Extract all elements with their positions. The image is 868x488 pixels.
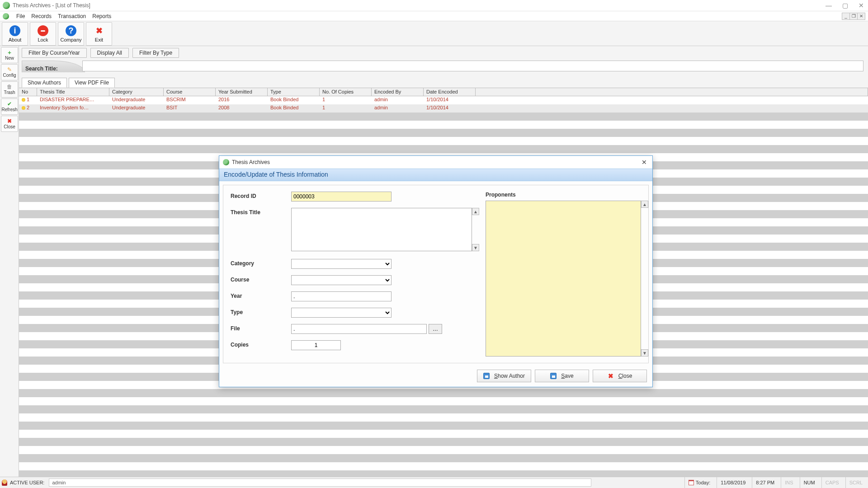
help-icon: ?	[66, 25, 76, 36]
cell-title: Inventory System fo…	[37, 104, 109, 113]
pencil-icon: ✎	[7, 67, 12, 72]
cell-type: Book Binded	[268, 96, 320, 104]
minimize-icon[interactable]: —	[825, 2, 833, 9]
course-combobox[interactable]	[291, 275, 392, 285]
scroll-down-icon[interactable]: ▼	[641, 349, 648, 357]
dialog-header: Encode/Update of Thesis Information	[219, 169, 652, 181]
search-title-input[interactable]	[82, 61, 863, 71]
cell-course: BSCRIM	[164, 96, 216, 104]
exit-button[interactable]: ✖ Exit	[86, 22, 112, 46]
label-file: File	[231, 324, 291, 332]
cell-title: DISASTER PREPARE…	[37, 96, 109, 104]
proponents-scrollbar[interactable]: ▲ ▼	[641, 201, 648, 357]
encode-thesis-dialog: Thesis Archives ✕ Encode/Update of Thesi…	[219, 155, 653, 387]
status-today: Today:	[684, 477, 714, 488]
scroll-down-icon[interactable]: ▼	[472, 244, 479, 251]
col-header-year[interactable]: Year Submitted	[216, 88, 268, 96]
show-author-button[interactable]: Show Author	[477, 370, 531, 382]
table-row[interactable]: 2 Inventory System fo… Undergraduate BSI…	[19, 104, 868, 113]
dialog-body: Record ID Thesis Title ▲ ▼ Category Cou	[223, 185, 649, 363]
record-id-input[interactable]	[291, 192, 392, 202]
status-num: NUM	[800, 477, 819, 488]
close-window-icon[interactable]: ✕	[857, 2, 865, 9]
config-button[interactable]: ✎ Config	[1, 64, 18, 80]
maximize-icon[interactable]: ▢	[841, 2, 849, 9]
filter-by-type-button[interactable]: Filter By Type	[132, 48, 179, 58]
thesis-title-textarea[interactable]	[291, 208, 472, 251]
col-header-encoded-by[interactable]: Encoded By	[372, 88, 424, 96]
menu-transaction[interactable]: Transaction	[58, 13, 86, 19]
label-year: Year	[231, 291, 291, 299]
cell-date-encoded: 1/10/2014	[424, 104, 476, 113]
year-input[interactable]	[291, 291, 392, 301]
cell-year: 2016	[216, 96, 268, 104]
label-category: Category	[231, 259, 291, 267]
filter-by-course-year-button[interactable]: Filter By Course/Year	[22, 48, 87, 58]
search-title-label: Search Title:	[22, 66, 58, 72]
company-button[interactable]: ? Company	[58, 22, 84, 46]
tab-view-pdf[interactable]: View PDF File	[69, 78, 115, 88]
col-header-type[interactable]: Type	[268, 88, 320, 96]
config-label: Config	[3, 73, 16, 78]
proponents-textarea[interactable]	[486, 201, 641, 357]
file-input[interactable]	[291, 324, 427, 334]
menu-records[interactable]: Records	[31, 13, 52, 19]
dialog-window-title: Thesis Archives	[232, 159, 270, 165]
type-combobox[interactable]	[291, 308, 392, 318]
category-combobox[interactable]	[291, 259, 392, 269]
refresh-button[interactable]: ✔ Refresh	[1, 99, 18, 115]
app-icon	[3, 2, 10, 9]
dialog-close-icon[interactable]: ✕	[640, 159, 649, 166]
browse-file-button[interactable]: …	[429, 324, 442, 334]
col-header-category[interactable]: Category	[109, 88, 164, 96]
display-all-button[interactable]: Display All	[90, 48, 129, 58]
bullet-icon	[22, 106, 25, 110]
status-scrl: SCRL	[845, 477, 866, 488]
exit-icon: ✖	[94, 25, 104, 36]
status-time: 8:27 PM	[752, 477, 778, 488]
cell-date-encoded: 1/10/2014	[424, 96, 476, 104]
dialog-close-button[interactable]: ✖ Close	[593, 370, 647, 382]
status-caps: CAPS	[821, 477, 843, 488]
scroll-up-icon[interactable]: ▲	[641, 201, 648, 208]
col-header-date-encoded[interactable]: Date Encoded	[424, 88, 476, 96]
status-date: 11/08/2019	[717, 477, 749, 488]
menu-reports[interactable]: Reports	[92, 13, 111, 19]
list-tabstrip: Show Authors View PDF File	[19, 77, 868, 88]
about-button[interactable]: i About	[2, 22, 28, 46]
dialog-titlebar[interactable]: Thesis Archives ✕	[219, 156, 652, 169]
close-list-button[interactable]: ✖ Close	[1, 116, 18, 132]
status-ins: INS	[781, 477, 797, 488]
tab-show-authors[interactable]: Show Authors	[22, 78, 67, 88]
copies-input[interactable]	[291, 340, 341, 350]
close-x-icon: ✖	[608, 373, 614, 379]
new-button[interactable]: ＋ New	[1, 47, 18, 63]
save-button[interactable]: Save	[535, 370, 589, 382]
plus-icon: ＋	[7, 50, 12, 55]
active-user-value: admin	[52, 480, 66, 485]
mdi-child-window-controls: _ ❐ ✕	[842, 13, 865, 20]
mdi-restore-icon[interactable]: ❐	[849, 13, 858, 20]
col-header-copies[interactable]: No. Of Copies	[320, 88, 372, 96]
menu-file[interactable]: File	[16, 13, 25, 19]
thesis-title-scrollbar[interactable]: ▲ ▼	[472, 208, 479, 251]
cell-no: 1	[27, 97, 29, 102]
table-row[interactable]: 1 DISASTER PREPARE… Undergraduate BSCRIM…	[19, 96, 868, 104]
grid-header-row: No Thesis Title Category Course Year Sub…	[19, 88, 868, 96]
mdi-close-icon[interactable]: ✕	[857, 13, 865, 20]
trash-button[interactable]: 🗑 Trash	[1, 81, 18, 98]
col-header-course[interactable]: Course	[164, 88, 216, 96]
cell-year: 2008	[216, 104, 268, 113]
disk-icon	[483, 373, 490, 379]
scroll-up-icon[interactable]: ▲	[472, 208, 479, 215]
titlebar: Thesis Archives - [List of Thesis] — ▢ ✕	[0, 0, 868, 11]
cell-copies: 1	[320, 96, 372, 104]
mdi-minimize-icon[interactable]: _	[842, 13, 850, 20]
col-header-thesis-title[interactable]: Thesis Title	[37, 88, 109, 96]
menubar: File Records Transaction Reports _ ❐ ✕	[0, 11, 868, 21]
col-header-no[interactable]: No	[19, 88, 37, 96]
close-label-rest: lose	[622, 373, 632, 379]
exit-label: Exit	[95, 37, 103, 42]
lock-button[interactable]: Lock	[30, 22, 56, 46]
label-course: Course	[231, 275, 291, 283]
